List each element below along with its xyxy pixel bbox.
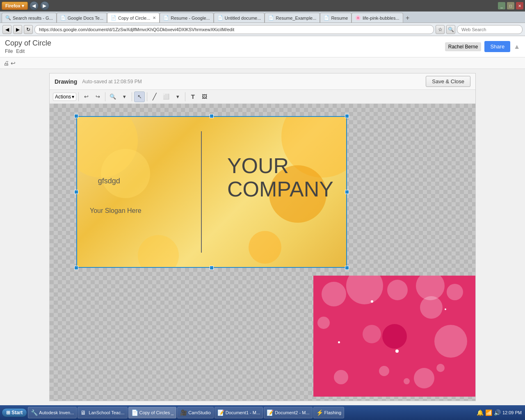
taskbar-item-camstudio[interactable]: 🎥 CamStudio: [177, 407, 213, 418]
tab-resume-example[interactable]: 📄 Resume_Example...: [265, 13, 320, 23]
selected-image-container[interactable]: gfsdgd Your Slogan Here YOUR COMPANY: [76, 116, 347, 268]
taskbar-item-doc1[interactable]: 📝 Document1 - M...: [215, 407, 263, 418]
user-button[interactable]: Rachel Berne: [445, 42, 482, 51]
taskbar-item-copy-circles[interactable]: 📄 Copy of Circles _: [128, 407, 177, 418]
select-tool-button[interactable]: ↖: [134, 91, 145, 102]
start-button[interactable]: ⊞ Start: [2, 408, 27, 417]
doc-toolbar: 🖨 ↩: [0, 57, 525, 69]
handle-top-right[interactable]: [345, 114, 349, 118]
share-button[interactable]: Share: [484, 41, 510, 52]
start-label: Start: [11, 410, 23, 415]
reload-button[interactable]: ↻: [24, 25, 33, 34]
handle-middle-right[interactable]: [345, 190, 349, 194]
company-name: YOUR COMPANY: [227, 154, 333, 201]
menu-file[interactable]: File: [5, 48, 13, 54]
line-icon: ╱: [153, 93, 157, 100]
toolbar-separator-4: [147, 92, 147, 101]
handle-bottom-right[interactable]: [345, 266, 349, 270]
undo-icon[interactable]: ↩: [11, 60, 16, 66]
new-tab-button[interactable]: +: [403, 14, 412, 23]
pink-circle-13: [436, 364, 445, 372]
bubble-6: [249, 231, 281, 264]
tab-favicon-resume-plain: 📄: [324, 15, 329, 21]
search-input[interactable]: [457, 25, 523, 34]
text-tool-button[interactable]: T: [187, 91, 198, 102]
handle-bottom-center[interactable]: [210, 266, 214, 270]
start-icon: ⊞: [6, 410, 10, 415]
tab-label-circle: Copy of Circle...: [118, 16, 150, 21]
taskbar-item-autodesk[interactable]: 🔧 Autodesk Inven...: [28, 407, 77, 418]
google-docs-body: Copy of Circle File Edit Rachel Berne Sh…: [0, 36, 525, 405]
print-icon[interactable]: 🖨: [3, 60, 9, 66]
close-button[interactable]: ✕: [516, 2, 523, 9]
pink-circle-11: [379, 366, 389, 376]
pink-circle-3: [387, 280, 408, 300]
pink-circle-14: [404, 378, 410, 384]
shape-dropdown[interactable]: ▾: [172, 91, 183, 102]
undo-button[interactable]: ↩: [81, 91, 91, 102]
tab-copy-of-circle[interactable]: 📄 Copy of Circle... ✕: [107, 13, 160, 23]
drawing-panel-wrapper: Drawing Auto-saved at 12:08:59 PM Save &…: [0, 69, 525, 405]
taskbar-item-flashing[interactable]: ⚡ Flashing: [313, 407, 345, 418]
image-tool-button[interactable]: 🖼: [199, 91, 210, 102]
tab-resume-plain[interactable]: 📄 Resume: [320, 13, 352, 23]
zoom-button[interactable]: 🔍: [107, 91, 118, 102]
bookmark-button[interactable]: ☆: [436, 25, 445, 34]
tab-google-docs-te[interactable]: 📄 Google Docs Te...: [57, 13, 107, 23]
main-content: Firefox ▾ ◀ ▶ _ □ ✕ 🔍 Search results - G…: [0, 0, 525, 405]
tab-untitled-doc[interactable]: 📄 Untitled docume...: [214, 13, 265, 23]
toolbar-separator-5: [185, 92, 185, 101]
back-button[interactable]: ◀: [30, 1, 39, 10]
handle-bottom-left[interactable]: [74, 266, 78, 270]
tab-resume-google[interactable]: 📄 Resume - Google...: [160, 13, 213, 23]
drawing-title: Drawing: [55, 78, 77, 85]
tab-label-search: Search results - G...: [13, 16, 53, 21]
actions-dropdown[interactable]: Actions ▾: [53, 93, 76, 101]
tab-label-resume: Resume - Google...: [171, 16, 210, 21]
window-controls: _ □ ✕: [498, 2, 523, 9]
maximize-button[interactable]: □: [507, 2, 514, 9]
doc-menu: File Edit: [5, 48, 445, 54]
pink-circle-9: [434, 325, 467, 358]
back-nav-button[interactable]: ◀: [2, 25, 11, 34]
text-icon: T: [191, 93, 195, 100]
scroll-arrow: ▲: [514, 43, 520, 50]
redo-button[interactable]: ↪: [92, 91, 103, 102]
pink-circle-2: [346, 276, 383, 304]
forward-nav-button[interactable]: ▶: [13, 25, 22, 34]
tab-favicon-resume: 📄: [163, 15, 169, 21]
business-card: gfsdgd Your Slogan Here YOUR COMPANY: [76, 116, 347, 268]
doc1-icon: 📝: [217, 409, 224, 416]
lanschool-icon: 🖥: [80, 409, 87, 416]
search-button[interactable]: 🔍: [446, 25, 455, 34]
canvas-area[interactable]: gfsdgd Your Slogan Here YOUR COMPANY: [50, 104, 475, 401]
drawing-header: Drawing Auto-saved at 12:08:59 PM Save &…: [50, 73, 475, 90]
handle-middle-left[interactable]: [74, 190, 78, 194]
tab-close-circle[interactable]: ✕: [153, 16, 156, 20]
taskbar-item-doc2[interactable]: 📝 Document2 - M...: [264, 407, 312, 418]
firefox-button[interactable]: Firefox ▾: [2, 2, 28, 10]
tab-search-results[interactable]: 🔍 Search results - G...: [2, 13, 57, 23]
handle-top-center[interactable]: [210, 114, 214, 118]
shape-tool-button[interactable]: ⬜: [161, 91, 171, 102]
pink-bubbles-image[interactable]: [313, 276, 475, 397]
slogan-text: Your Slogan Here: [90, 207, 142, 215]
toolbar-separator-2: [105, 92, 105, 101]
pink-dot-small-2: [445, 308, 446, 310]
handle-top-left[interactable]: [74, 114, 78, 118]
toolbar-separator-1: [78, 92, 79, 101]
autodesk-label: Autodesk Inven...: [39, 410, 74, 415]
save-close-button[interactable]: Save & Close: [426, 76, 470, 87]
address-input[interactable]: [34, 25, 434, 34]
tab-pink-bubbles[interactable]: 🌸 life-pink-bubbles...: [352, 13, 403, 23]
toolbar-separator-3: [132, 92, 132, 101]
tab-favicon-circle: 📄: [111, 15, 116, 21]
zoom-dropdown[interactable]: ▾: [119, 91, 130, 102]
line-tool-button[interactable]: ╱: [149, 91, 160, 102]
divider-line: [201, 131, 202, 253]
menu-edit[interactable]: Edit: [16, 48, 25, 54]
drawing-header-left: Drawing Auto-saved at 12:08:59 PM: [55, 78, 142, 85]
taskbar-item-lanschool[interactable]: 🖥 LanSchool Teac...: [78, 407, 127, 418]
forward-button[interactable]: ▶: [40, 1, 49, 10]
minimize-button[interactable]: _: [498, 2, 505, 9]
